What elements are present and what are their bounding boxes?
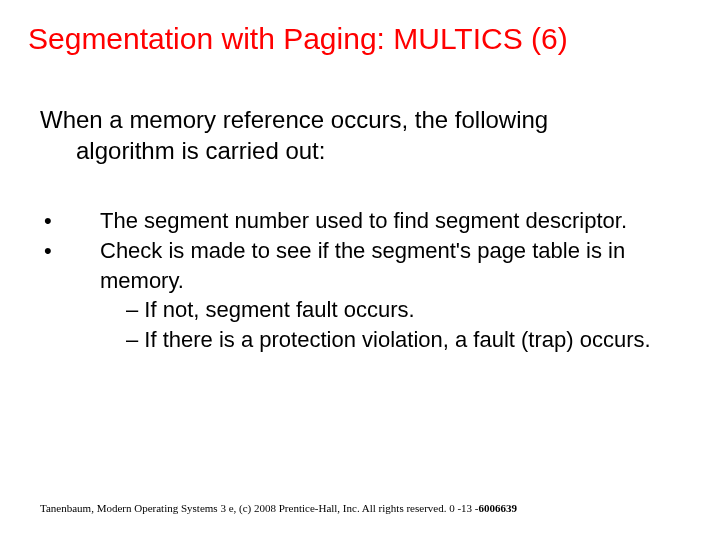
- bullet-text: Check is made to see if the segment's pa…: [100, 236, 680, 355]
- footer-text: Tanenbaum, Modern Operating Systems 3 e,…: [40, 502, 479, 514]
- slide-title: Segmentation with Paging: MULTICS (6): [0, 0, 720, 56]
- sub-item: – If not, segment fault occurs.: [100, 295, 680, 325]
- bullet-text: The segment number used to find segment …: [100, 206, 680, 236]
- intro-line-2: algorithm is carried out:: [40, 135, 680, 166]
- footer-isbn: 6006639: [479, 502, 518, 514]
- intro-text: When a memory reference occurs, the foll…: [0, 56, 720, 166]
- bullet-main-text: Check is made to see if the segment's pa…: [100, 238, 625, 293]
- sub-item: – If there is a protection violation, a …: [100, 325, 680, 355]
- intro-line-1: When a memory reference occurs, the foll…: [40, 104, 680, 135]
- list-item: • The segment number used to find segmen…: [40, 206, 680, 236]
- list-item: • Check is made to see if the segment's …: [40, 236, 680, 355]
- footer-citation: Tanenbaum, Modern Operating Systems 3 e,…: [40, 502, 517, 514]
- bullet-icon: •: [40, 236, 100, 355]
- bullet-icon: •: [40, 206, 100, 236]
- slide: Segmentation with Paging: MULTICS (6) Wh…: [0, 0, 720, 540]
- bullet-list: • The segment number used to find segmen…: [0, 166, 720, 354]
